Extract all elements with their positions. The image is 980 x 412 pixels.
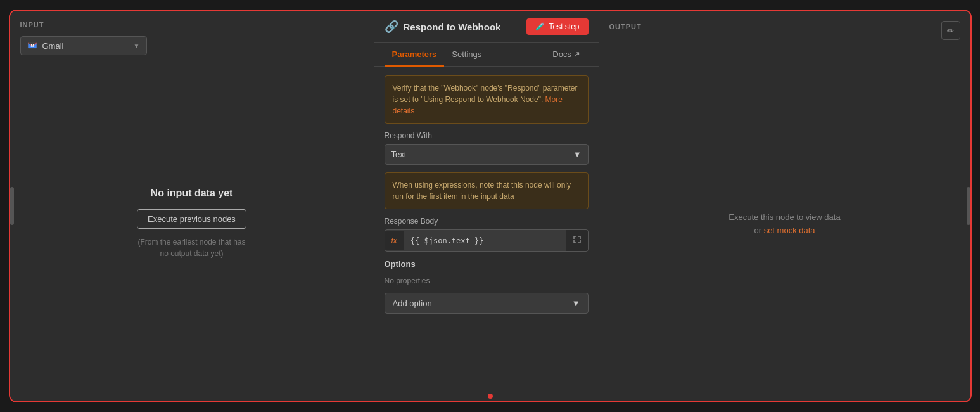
add-option-label: Add option [393,299,432,308]
center-panel: 🔗 Respond to Webhook 🧪 Test step Paramet… [374,11,599,401]
input-hint-line1: (From the earliest node that has [137,238,245,247]
test-step-label: Test step [549,22,579,31]
warning-box: Verify that the "Webhook" node's "Respon… [385,75,589,124]
edit-icon: ✏ [947,26,954,35]
tab-parameters[interactable]: Parameters [385,43,445,67]
gmail-dropdown[interactable]: M Gmail ▼ [20,36,147,55]
add-option-button[interactable]: Add option ▼ [385,293,589,314]
options-label: Options [385,259,589,269]
output-header: OUTPUT ✏ [599,11,970,48]
info-box: When using expressions, note that this n… [385,172,589,209]
response-body-value[interactable]: {{ $json.text }} [404,231,566,250]
right-scrollbar[interactable] [967,187,970,225]
edit-button[interactable]: ✏ [941,21,960,40]
tabs-row: Parameters Settings Docs ↗ [374,43,599,67]
left-scrollbar[interactable] [10,187,14,225]
input-hint: (From the earliest node that has no outp… [137,236,245,259]
center-title-row: 🔗 Respond to Webhook [385,20,501,34]
tab-docs[interactable]: Docs ↗ [545,43,588,67]
add-option-chevron-icon: ▼ [572,299,580,308]
respond-with-value: Text [391,150,407,159]
input-panel: INPUT M Gmail ▼ No input data yet Execut… [10,11,374,401]
execute-previous-nodes-button[interactable]: Execute previous nodes [137,209,246,229]
tab-settings[interactable]: Settings [444,43,489,67]
info-text: When using expressions, note that this n… [393,181,571,201]
input-hint-line2: no output data yet) [160,249,223,258]
set-mock-data-link[interactable]: set mock data [764,226,815,235]
gmail-chevron-icon: ▼ [134,42,140,49]
code-prefix: fx [385,231,404,250]
response-body-label: Response Body [385,217,589,226]
output-panel: OUTPUT ✏ Execute this node to view data … [599,11,970,401]
respond-with-label: Respond With [385,131,589,140]
output-hint-line1: Execute this node to view data [729,211,840,224]
center-header: 🔗 Respond to Webhook 🧪 Test step [374,11,599,43]
gmail-label: Gmail [42,41,134,51]
respond-with-field: Respond With Text ▼ [385,131,589,165]
respond-with-dropdown[interactable]: Text ▼ [385,144,589,165]
input-panel-label: INPUT [20,21,364,29]
center-title: Respond to Webhook [404,22,501,32]
bottom-indicator [485,391,495,401]
no-properties-label: No properties [385,274,589,288]
response-body-input-row: fx {{ $json.text }} [385,229,589,252]
test-step-button[interactable]: 🧪 Test step [526,18,588,35]
output-hint-line2: or set mock data [754,224,815,238]
bottom-dot [488,394,493,399]
fx-icon: fx [391,236,397,245]
test-step-icon: 🧪 [535,22,545,31]
code-expand-button[interactable] [566,230,588,251]
input-empty-state: No input data yet Execute previous nodes… [20,55,364,391]
response-body-field: Response Body fx {{ $json.text }} [385,217,589,252]
output-panel-label: OUTPUT [609,23,642,30]
no-input-title: No input data yet [151,188,233,199]
output-empty-state: Execute this node to view data or set mo… [599,48,970,401]
svg-text:M: M [30,44,34,48]
webhook-icon: 🔗 [385,20,398,34]
options-section: Options No properties Add option ▼ [385,259,589,314]
respond-with-chevron-icon: ▼ [573,150,582,159]
center-body: Verify that the "Webhook" node's "Respon… [374,67,599,401]
